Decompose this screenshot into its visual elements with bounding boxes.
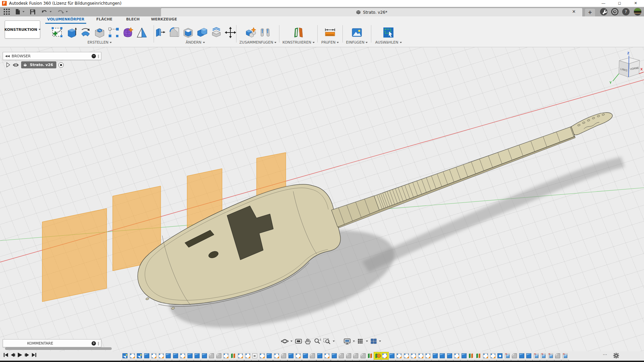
- play-button[interactable]: [17, 352, 22, 358]
- timeline-op-plane[interactable]: [475, 352, 482, 359]
- new-component-button[interactable]: [245, 26, 257, 39]
- chevron-down-icon[interactable]: [274, 42, 276, 43]
- timeline-op-extrude[interactable]: [446, 352, 453, 359]
- construction-mode-button[interactable]: KONSTRUKTION: [5, 20, 40, 39]
- headstock[interactable]: [570, 109, 614, 136]
- timeline-op-fillet[interactable]: [345, 352, 353, 359]
- timeline-op-sketch[interactable]: [323, 352, 331, 359]
- timeline-op-extrude[interactable]: [266, 352, 273, 359]
- timeline-op-mirror[interactable]: [251, 352, 259, 359]
- zoom-window-button[interactable]: [323, 338, 335, 345]
- timeline-op-sketch[interactable]: [294, 352, 302, 359]
- timeline-op-fillet[interactable]: [208, 352, 215, 359]
- avatar[interactable]: [634, 8, 642, 16]
- timeline-scrollbar-thumb[interactable]: [5, 347, 112, 350]
- notifications-icon[interactable]: [611, 8, 619, 15]
- timeline-op-suppress[interactable]: [540, 352, 547, 359]
- save-button[interactable]: [29, 8, 37, 16]
- look-at-button[interactable]: [295, 338, 302, 344]
- timeline-op-sketch[interactable]: [424, 352, 432, 359]
- ribbon-tab-volumenkörper[interactable]: VOLUMENKÖRPER: [47, 17, 85, 21]
- timeline-op-fillet[interactable]: [360, 352, 367, 359]
- timeline-op-sketch[interactable]: [273, 352, 280, 359]
- timeline-op-fillet[interactable]: [338, 352, 345, 359]
- timeline-op-sketch[interactable]: [410, 352, 417, 359]
- timeline-op-plane[interactable]: [230, 352, 237, 359]
- display-settings-button[interactable]: [343, 338, 355, 345]
- go-to-end-button[interactable]: [32, 353, 37, 357]
- timeline-op-extrude[interactable]: [201, 352, 208, 359]
- chevron-down-icon[interactable]: [203, 42, 205, 43]
- orbit-button[interactable]: [281, 338, 292, 345]
- timeline-op-sketch[interactable]: [489, 352, 497, 359]
- step-forward-button[interactable]: [24, 353, 30, 357]
- timeline-op-extrude[interactable]: [287, 352, 295, 359]
- timeline-op-sketch[interactable]: [259, 352, 266, 359]
- timeline-op-extrude[interactable]: [388, 352, 396, 359]
- timeline-op-sketch[interactable]: [179, 352, 186, 359]
- measure-button[interactable]: [324, 26, 336, 39]
- visibility-eye-icon[interactable]: [12, 63, 19, 67]
- timeline-op-sketch[interactable]: [158, 352, 165, 359]
- timeline-settings-gear-icon[interactable]: [613, 353, 619, 359]
- timeline-op-sketch[interactable]: [222, 352, 230, 359]
- go-to-start-button[interactable]: [3, 353, 8, 357]
- timeline-op-sketch[interactable]: [453, 352, 461, 359]
- extrude-button[interactable]: [65, 26, 78, 39]
- browser-panel[interactable]: ◀◀ BROWSER − ‖: [3, 52, 101, 60]
- panel-grip-icon[interactable]: ‖: [98, 54, 100, 58]
- comments-panel[interactable]: KOMMENTARE + ‖: [3, 339, 101, 347]
- job-status-icon[interactable]: [600, 8, 607, 15]
- timeline-op-suppress[interactable]: [533, 352, 540, 359]
- chevron-down-icon[interactable]: [337, 42, 339, 43]
- timeline-op-sketch[interactable]: [403, 352, 410, 359]
- timeline-op-suppress[interactable]: [547, 352, 554, 359]
- ribbon-tab-werkzeuge[interactable]: WERKZEUGE: [151, 17, 177, 21]
- timeline-op-sketch[interactable]: [417, 352, 425, 359]
- timeline-op-sketch[interactable]: [482, 352, 489, 359]
- select-button[interactable]: [382, 26, 395, 39]
- timeline-op-extrude[interactable]: [302, 352, 309, 359]
- timeline-op-fillet[interactable]: [309, 352, 316, 359]
- add-comment-icon[interactable]: +: [92, 341, 96, 346]
- shell-button[interactable]: [182, 26, 195, 39]
- insert-image-button[interactable]: [351, 26, 363, 39]
- timeline-op-canvas[interactable]: [136, 352, 143, 359]
- timeline-op-form[interactable]: [374, 352, 381, 359]
- timeline-op-fillet[interactable]: [554, 352, 561, 359]
- offset-face-button[interactable]: [210, 26, 223, 39]
- timeline-op-extrude[interactable]: [316, 352, 324, 359]
- redo-button[interactable]: [56, 8, 69, 16]
- move-button[interactable]: [224, 26, 237, 39]
- form-button[interactable]: [121, 26, 134, 39]
- timeline-op-sketch[interactable]: [381, 352, 388, 359]
- hole-button[interactable]: [93, 26, 106, 39]
- new-tab-button[interactable]: +: [585, 9, 595, 16]
- timeline-op-extrude[interactable]: [165, 352, 172, 359]
- joint-button[interactable]: [259, 26, 271, 39]
- timeline-op-sketch[interactable]: [244, 352, 252, 359]
- help-icon[interactable]: ?: [622, 8, 630, 15]
- expand-triangle-icon[interactable]: [6, 62, 10, 67]
- chevron-down-icon[interactable]: [110, 42, 112, 43]
- chevron-down-icon[interactable]: [313, 42, 315, 43]
- rib-button[interactable]: [136, 26, 148, 39]
- app-grid-button[interactable]: [3, 8, 11, 16]
- press-pull-button[interactable]: [154, 26, 166, 39]
- timeline-op-plane[interactable]: [468, 352, 475, 359]
- grid-settings-button[interactable]: [357, 338, 368, 345]
- timeline-op-suppress[interactable]: [561, 352, 569, 359]
- viewport-3d[interactable]: LINKS VORNE Z X Y: [0, 47, 644, 362]
- timeline-op-sketch[interactable]: [150, 352, 158, 359]
- timeline-op-extrude[interactable]: [525, 352, 533, 359]
- pan-button[interactable]: [305, 338, 311, 345]
- timeline-op-fillet[interactable]: [280, 352, 287, 359]
- timeline-overflow-ellipsis[interactable]: ⋯: [603, 352, 607, 357]
- collapse-arrows-icon[interactable]: ◀◀: [3, 54, 12, 58]
- timeline-op-extrude[interactable]: [461, 352, 468, 359]
- timeline-op-extrude[interactable]: [172, 352, 179, 359]
- file-menu-button[interactable]: [14, 8, 25, 16]
- timeline-op-plane[interactable]: [367, 352, 374, 359]
- combine-button[interactable]: [196, 26, 209, 39]
- panel-minimize-icon[interactable]: −: [92, 54, 96, 58]
